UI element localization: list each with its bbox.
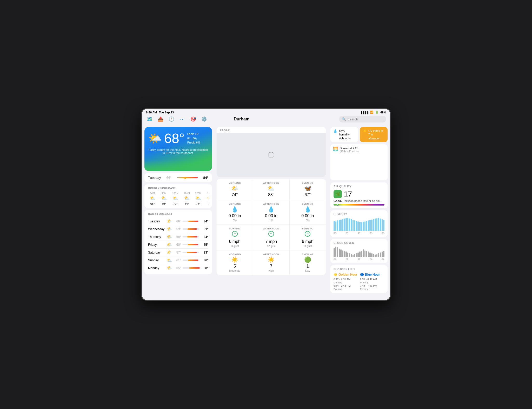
aqi-dot xyxy=(337,204,339,206)
aqi-description: Good. Pollution poses little or no risk. xyxy=(334,199,384,202)
humidity-bar xyxy=(342,219,343,231)
cloud-bar xyxy=(337,247,338,257)
forecast-value: 6 mph xyxy=(302,239,313,244)
daily-container: Tuesday 🌤️ 66° 84° Wednesday 🌤️ 59° 81° … xyxy=(148,217,208,272)
daily-bar-wrap xyxy=(183,267,199,269)
daily-bar-wrap xyxy=(183,236,199,237)
uv-alert-text: UV index of 7 in afternoon xyxy=(368,129,385,140)
daily-day: Wednesday xyxy=(148,227,165,231)
sunset-text: Sunset at 7:28 xyxy=(340,146,358,150)
forecast-row: MORNING 💧 0.00 in 5% AFTERNOON 💧 0.00 in… xyxy=(217,200,326,225)
forecast-value: 0.00 in xyxy=(265,214,277,218)
daily-bar-wrap xyxy=(183,244,199,245)
forecast-row: MORNING 🌤️ 74° AFTERNOON ⛅ 83° EVENING 🦋… xyxy=(217,179,326,200)
feels-like: Feels 69° xyxy=(187,132,200,136)
daily-day: Friday xyxy=(148,243,165,247)
daily-low: 57° xyxy=(174,251,181,254)
humidity-bar xyxy=(364,221,366,231)
main-content: 🌤️ 68° Feels 69° 84↑ 66↓ Precip 6% Partl… xyxy=(142,125,390,295)
rain-icon: 💧 xyxy=(231,206,238,213)
hourly-time: 12PM xyxy=(195,192,201,194)
settings-icon[interactable]: ⚙️ xyxy=(201,115,208,123)
hourly-item: 1PM ⛅ 79° xyxy=(205,192,208,205)
forecast-cell: EVENING 🦋 67° xyxy=(290,179,326,200)
daily-icon: 🌤️ xyxy=(167,227,172,231)
cloud-bar xyxy=(351,254,352,257)
map-icon[interactable]: 🗺️ xyxy=(146,115,153,123)
hourly-icon: ⛅ xyxy=(150,195,155,201)
forecast-cell: MORNING 6 mph 14 gust xyxy=(217,225,253,250)
filter-icon[interactable]: ⋯ xyxy=(179,115,186,123)
hourly-time: 9AM xyxy=(162,192,167,194)
daily-bar xyxy=(188,260,198,261)
hourly-time: 10AM xyxy=(172,192,178,194)
humidity-bar xyxy=(347,218,349,231)
daily-bar xyxy=(187,252,197,253)
photography-label: PHOTOGRAPHY xyxy=(334,268,384,271)
toolbar: 🗺️ 📤 🕐 ⋯ 🎯 ⚙️ Durham 🔍 Search xyxy=(142,115,390,125)
daily-icon: 🌤️ xyxy=(167,219,172,224)
photography-section: PHOTOGRAPHY 🌟 Golden Hour 6:42 - 7:31 AM… xyxy=(330,265,388,293)
forecast-cell: EVENING 🟢 1 Low xyxy=(290,250,326,275)
forecast-cell: AFTERNOON ⛅ 83° xyxy=(253,179,289,200)
cloud-bar xyxy=(344,251,345,257)
hourly-temp: 77° xyxy=(196,202,201,205)
location-icon[interactable]: 🎯 xyxy=(190,115,197,123)
daily-day: Saturday xyxy=(148,251,165,254)
forecast-value: 0.00 in xyxy=(229,214,241,218)
aqi-sub: Pollution poses little or no risk. xyxy=(343,199,381,202)
daily-high: 84° xyxy=(201,235,208,239)
history-icon[interactable]: 🕐 xyxy=(168,115,175,123)
blue-evening-label: Evening xyxy=(360,288,384,290)
hero-temperature: 68° xyxy=(164,131,185,146)
humidity-bar xyxy=(334,221,335,231)
cloud-bar xyxy=(347,253,349,257)
cloud-bar xyxy=(334,248,335,257)
forecast-value: 67° xyxy=(304,193,311,197)
cloud-bar xyxy=(382,251,383,257)
cloud-chart-labels: 8A 2P 8P 2A 8A xyxy=(334,258,384,261)
rain-icon: 💧 xyxy=(304,206,311,213)
cloud-label-4: 8A xyxy=(382,258,384,261)
golden-morning: 6:42 - 7:31 AM xyxy=(334,277,358,281)
humidity-bar xyxy=(345,218,347,231)
svg-point-1 xyxy=(269,231,274,236)
uv-alert-icon: ☀️ xyxy=(362,129,367,133)
cell-icon: ⛅ xyxy=(268,185,275,192)
golden-evening: 6:54 - 7:43 PM xyxy=(334,284,358,288)
uv-icon: 🟢 xyxy=(304,256,311,263)
forecast-value: 1 xyxy=(307,264,309,269)
forecast-period: AFTERNOON xyxy=(263,203,279,205)
hero-description: Partly cloudy for the hour. Nearest prec… xyxy=(148,148,208,154)
daily-row: Friday 🌤️ 60° 85° xyxy=(148,241,208,249)
search-icon: 🔍 xyxy=(342,117,346,121)
hum-label-1: 2P xyxy=(345,232,348,234)
humidity-bar xyxy=(383,220,384,231)
search-bar[interactable]: 🔍 Search xyxy=(339,116,386,122)
golden-morning-label: Morning xyxy=(334,281,358,284)
cloud-bar xyxy=(353,255,354,257)
forecast-period: EVENING xyxy=(302,203,313,205)
radar-map[interactable] xyxy=(217,133,326,177)
cloud-bar xyxy=(364,250,366,257)
daily-icon: ⛅ xyxy=(167,258,172,263)
temp-dot xyxy=(184,177,186,179)
humidity-bar xyxy=(337,220,338,231)
cloud-label-2: 8P xyxy=(357,258,360,261)
humidity-bar xyxy=(354,220,355,231)
forecast-cell: EVENING 6 mph 11 gust xyxy=(290,225,326,250)
hourly-item: 11AM ⛅ 74° xyxy=(182,192,191,205)
right-panel: 💧 87% humidity right now ☀️ UV index of … xyxy=(328,125,390,295)
share-icon[interactable]: 📤 xyxy=(157,115,164,123)
cloud-bar xyxy=(371,253,373,257)
sunset-icon: 🌅 xyxy=(333,146,338,151)
cloud-bar xyxy=(349,253,350,257)
blue-hour-col: 🔵 Blue Hour 6:32 - 6:42 AM Morning 7:43 … xyxy=(360,273,384,290)
humidity-bar xyxy=(366,221,367,231)
aqi-quality: Good. xyxy=(334,199,342,202)
cloud-cover-label: CLOUD COVER xyxy=(334,242,384,244)
daily-low: 61° xyxy=(174,258,181,262)
cell-icon: ☀️ xyxy=(231,256,238,263)
forecast-period: MORNING xyxy=(229,182,241,184)
cloud-bar xyxy=(339,249,340,257)
